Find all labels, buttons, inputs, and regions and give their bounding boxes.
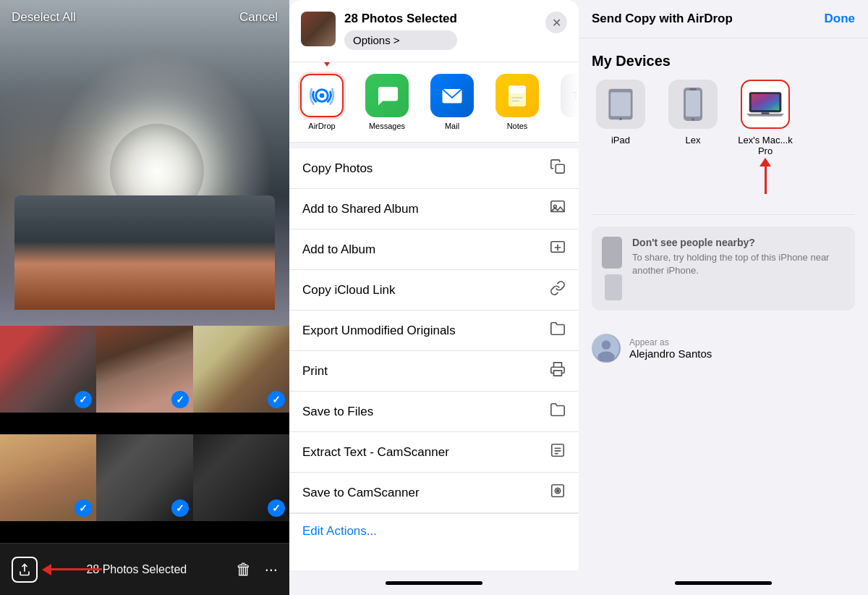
airdrop-done-button[interactable]: Done: [825, 12, 856, 26]
airdrop-device-ipad[interactable]: iPad: [592, 80, 650, 145]
copy-photos-label: Copy Photos: [302, 161, 373, 176]
nearby-desc: To share, try holding the top of this iP…: [632, 251, 845, 277]
nearby-phone-sm-icon: [605, 274, 622, 300]
thumbnail-5[interactable]: ✓: [96, 434, 192, 521]
mac-svg: [746, 90, 784, 118]
share-app-messages[interactable]: Messages: [354, 71, 420, 133]
check-3: ✓: [268, 391, 285, 408]
svg-rect-26: [686, 90, 700, 117]
lex-label: Lex: [686, 135, 701, 145]
airdrop-topbar: Send Copy with AirDrop Done: [579, 0, 868, 38]
check-2: ✓: [171, 391, 189, 408]
share-app-airdrop[interactable]: AirDrop: [289, 71, 354, 133]
share-header: 28 Photos Selected Options > ✕: [289, 0, 579, 62]
share-title-block: 28 Photos Selected Options >: [344, 12, 457, 50]
airdrop-section-title: My Devices: [579, 38, 868, 80]
lex-phone-svg: [681, 86, 705, 122]
action-save-files[interactable]: Save to Files: [289, 392, 579, 432]
mail-label: Mail: [445, 122, 459, 130]
save-camscanner-label: Save to CamScanner: [302, 486, 420, 500]
share-arrow: [42, 564, 102, 575]
close-button[interactable]: ✕: [545, 12, 567, 33]
appear-avatar: [592, 334, 621, 363]
svg-rect-32: [761, 112, 769, 114]
share-actions-list: Copy Photos Add to Shared Album Add to A…: [289, 148, 579, 570]
thumbnail-grid: ✓ ✓ ✓ ✓ ✓ ✓: [0, 326, 289, 543]
cancel-button[interactable]: Cancel: [239, 10, 278, 25]
messages-icon-svg: [374, 83, 400, 109]
airdrop-appear-row: Appear as Alejandro Santos: [579, 322, 868, 374]
action-add-album[interactable]: Add to Album: [289, 229, 579, 270]
nearby-device-icons: [602, 237, 622, 300]
action-save-camscanner[interactable]: Save to CamScanner: [289, 473, 579, 513]
mail-icon-svg: [439, 83, 465, 109]
action-export-originals[interactable]: Export Unmodified Originals: [289, 311, 579, 351]
svg-rect-15: [552, 444, 564, 457]
add-shared-album-label: Add to Shared Album: [302, 202, 419, 216]
options-button[interactable]: Options >: [344, 30, 457, 50]
main-photo: [0, 0, 289, 326]
messages-icon: [365, 74, 409, 117]
thumbnail-6[interactable]: ✓: [193, 434, 289, 521]
home-indicator: [386, 581, 482, 585]
svg-rect-31: [752, 94, 780, 110]
action-print[interactable]: Print: [289, 351, 579, 392]
mail-icon: [430, 74, 474, 117]
mac-selection-arrow: [760, 158, 771, 194]
share-apps-row: AirDrop Messages Mail: [289, 62, 579, 143]
print-label: Print: [302, 364, 328, 379]
copy-icloud-label: Copy iCloud Link: [302, 283, 396, 298]
airdrop-devices-row: iPad Lex: [579, 80, 868, 171]
action-copy-photos[interactable]: Copy Photos: [289, 148, 579, 189]
svg-rect-14: [554, 371, 562, 376]
action-copy-icloud[interactable]: Copy iCloud Link: [289, 270, 579, 311]
action-add-shared-album[interactable]: Add to Shared Album: [289, 189, 579, 229]
check-6: ✓: [268, 499, 285, 517]
share-thumbnail: [301, 12, 336, 46]
notes-label: Notes: [507, 122, 528, 130]
deselect-all-button[interactable]: Deselect All: [12, 10, 76, 25]
nearby-title: Don't see people nearby?: [632, 237, 845, 248]
share-header-left: 28 Photos Selected Options >: [301, 12, 457, 50]
print-icon: [550, 361, 566, 381]
add-album-icon: [550, 240, 566, 259]
add-album-label: Add to Album: [302, 242, 375, 257]
more-icon[interactable]: ···: [265, 560, 278, 579]
ipad-icon-wrap: [596, 80, 645, 129]
thumbnail-1[interactable]: ✓: [0, 326, 96, 413]
svg-point-34: [602, 340, 611, 350]
airdrop-device-lex[interactable]: Lex: [664, 80, 722, 145]
share-title: 28 Photos Selected: [344, 12, 457, 26]
thumbnail-4[interactable]: ✓: [0, 434, 96, 521]
apps-overflow-gradient: [550, 62, 579, 142]
save-files-icon: [550, 402, 566, 421]
extract-text-label: Extract Text - CamScanner: [302, 445, 449, 460]
ipad-svg: [607, 88, 634, 121]
delete-icon[interactable]: 🗑: [236, 560, 252, 579]
svg-rect-27: [689, 88, 697, 90]
nearby-text-block: Don't see people nearby? To share, try h…: [632, 237, 845, 277]
airdrop-device-mac[interactable]: Lex's Mac...k Pro: [736, 80, 794, 156]
airdrop-home-indicator: [675, 581, 772, 585]
share-button[interactable]: [12, 557, 38, 583]
airdrop-bottom-bar: [579, 570, 868, 595]
thumbnail-3[interactable]: ✓: [193, 326, 289, 413]
svg-point-2: [320, 93, 325, 98]
save-camscanner-icon: [550, 483, 566, 502]
notes-icon-svg: [504, 83, 530, 109]
share-app-notes[interactable]: Notes: [485, 71, 550, 133]
action-extract-text[interactable]: Extract Text - CamScanner: [289, 432, 579, 473]
copy-photos-icon: [550, 159, 566, 178]
appear-name: Alejandro Santos: [629, 347, 712, 360]
thumbnail-2[interactable]: ✓: [96, 326, 192, 413]
extract-text-icon: [550, 442, 566, 462]
export-originals-label: Export Unmodified Originals: [302, 324, 456, 338]
airdrop-selection-arrow: [321, 62, 333, 67]
photos-bottom-toolbar: 28 Photos Selected 🗑 ···: [0, 543, 289, 595]
airdrop-panel: Send Copy with AirDrop Done My Devices i…: [579, 0, 868, 595]
share-app-mail[interactable]: Mail: [420, 71, 485, 133]
airdrop-nearby-box: Don't see people nearby? To share, try h…: [592, 227, 855, 311]
photos-topbar: Deselect All Cancel: [0, 0, 289, 35]
svg-rect-5: [509, 86, 526, 94]
edit-actions-button[interactable]: Edit Actions...: [289, 513, 579, 549]
